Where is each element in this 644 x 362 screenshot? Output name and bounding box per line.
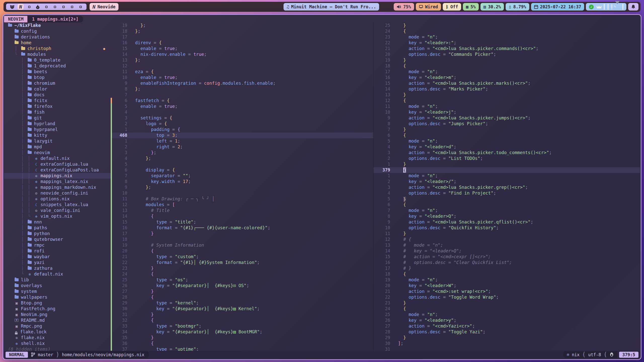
code-line[interactable]: 14 options.desc = "Marks Picker"; <box>374 86 640 92</box>
workspace-4-flame-icon[interactable] <box>35 4 40 9</box>
code-line[interactable]: 31 } <box>111 312 373 318</box>
disk-chip[interactable]: ▯8.79% <box>506 3 529 11</box>
tree-item[interactable]: ││⚙neovide_config.ini <box>4 190 111 196</box>
tree-item[interactable]: ││⚙vale_config.ini <box>4 208 111 213</box>
tree-item[interactable]: │yazi <box>4 260 111 265</box>
code-line[interactable]: 29 type = "kernel"; <box>111 300 373 306</box>
tree-item[interactable]: lib <box>4 277 111 283</box>
code-line[interactable]: 14 nix-direnv.enable = true; <box>111 52 373 57</box>
tree-item[interactable]: ~/NixFlake <box>4 23 111 28</box>
code-line[interactable]: 21 action = "<cmd>lua Snacks.picker.comm… <box>374 46 640 52</box>
tree-item[interactable]: │fish <box>4 109 111 115</box>
code-line[interactable]: 19 } <box>374 57 640 63</box>
code-line[interactable]: 13 }; <box>111 57 373 63</box>
code-line[interactable]: 6 display = { <box>111 167 373 173</box>
tree-item[interactable]: │chromium <box>4 80 111 86</box>
network-chip[interactable]: Wired <box>416 3 441 11</box>
code-line[interactable]: 35 } <box>111 335 373 341</box>
tree-item[interactable]: │git <box>4 115 111 121</box>
tree-item[interactable]: │color <box>4 86 111 92</box>
code-line[interactable]: 9 action = "<cmd>lua Snacks.picker.jumps… <box>374 115 640 121</box>
code-line[interactable]: 22 key = "<leader>:"; <box>374 40 640 46</box>
code-line[interactable]: 3 }; <box>111 150 373 156</box>
code-line[interactable]: 10 <box>111 190 373 196</box>
code-line[interactable]: 21 type = "custom"; <box>111 254 373 260</box>
code-line[interactable]: 3 settings = { <box>111 115 373 121</box>
tree-item[interactable]: derivations <box>4 34 111 40</box>
tabline-buffer-tab[interactable]: 1 mappings.nix[2+] <box>27 16 83 22</box>
code-line[interactable]: 9 action = "<cmd>lua Snacks.picker.qflis… <box>374 219 640 225</box>
code-line[interactable]: 5 mode = "n"; <box>374 138 640 144</box>
code-line[interactable]: 4 }; <box>111 156 373 161</box>
tray-key-icon[interactable] <box>611 4 612 9</box>
tree-item[interactable]: system <box>4 289 111 294</box>
workspace-6-square-icon[interactable] <box>52 4 57 9</box>
code-line[interactable]: 5 enable = true; <box>111 104 373 109</box>
code-line[interactable]: 10 options.desc = "Quickfix History"; <box>374 225 640 231</box>
code-line[interactable]: 3 action = "<cmd>lua Snacks.picker.todo_… <box>374 150 640 156</box>
tree-item[interactable]: │└✻vim_opts.nix <box>4 213 111 219</box>
tree-item[interactable]: │zathura <box>4 265 111 271</box>
code-line[interactable]: 18 <box>111 237 373 242</box>
tree-item[interactable]: │hyprpanel <box>4 127 111 132</box>
code-line[interactable]: 27 } <box>111 289 373 294</box>
code-line[interactable]: 8 }; <box>111 86 373 92</box>
code-line[interactable]: 16 format = "{#1}┌─── {#}{user-name-colo… <box>111 225 373 231</box>
code-line[interactable]: 14 { <box>111 213 373 219</box>
tray-window-icon[interactable] <box>604 4 605 9</box>
window-title-chip[interactable]: N Neovide <box>90 3 118 11</box>
code-line[interactable]: 20 options.desc = "Commands Picker"; <box>374 52 640 57</box>
code-line[interactable]: 17 <box>111 34 373 40</box>
workspace-5-square-icon[interactable] <box>44 4 49 9</box>
code-line[interactable]: 1 left = 1; <box>111 138 373 144</box>
tree-item[interactable]: ││✻default.nix <box>4 156 111 161</box>
tree-item[interactable]: ▣Btop.png <box>4 300 111 306</box>
code-line[interactable]: 468 top = 3; <box>111 132 373 138</box>
code-line[interactable]: 22 format = "{#1}│ {#}System Information… <box>111 260 373 265</box>
code-line[interactable]: 8 key.width = 17; <box>111 179 373 185</box>
tree-item[interactable]: │rofi <box>4 248 111 254</box>
code-line[interactable]: 18 }; <box>111 28 373 34</box>
code-line[interactable]: 4 key = "<leader>d"; <box>374 144 640 150</box>
editor-pane-left[interactable]: 19 };18 };1716 direnv = {15 enable = tru… <box>111 23 373 351</box>
code-line[interactable]: 1 padding = { <box>111 127 373 132</box>
tree-item[interactable]: ││☾extraConfigLuaPost.lua <box>4 167 111 173</box>
code-line[interactable]: 24 { <box>374 28 640 34</box>
tree-item[interactable]: ││✻mappings_latex.nix <box>4 179 111 185</box>
code-line[interactable]: 24 { <box>111 271 373 277</box>
tree-item[interactable]: home <box>4 40 111 46</box>
code-line[interactable]: 379 {{ <box>374 167 640 173</box>
code-line[interactable]: 22 options.desc = "Toggle Word Wrap"; <box>374 294 640 300</box>
code-line[interactable]: 1 } <box>374 161 640 167</box>
tree-item[interactable]: │rmpc <box>4 242 111 248</box>
code-line[interactable]: 17 } <box>111 231 373 237</box>
code-line[interactable]: 12 modules = [ <box>111 202 373 208</box>
code-line[interactable]: 29 } <box>374 335 640 341</box>
tree-item[interactable]: overlays <box>4 283 111 289</box>
code-line[interactable]: 7 mode = "n"; <box>374 208 640 213</box>
tree-item[interactable]: ││☾extraConfigLua.lua <box>4 161 111 167</box>
tree-item[interactable]: ✻flake.nix <box>4 335 111 341</box>
code-line[interactable]: 12 { <box>374 98 640 104</box>
tree-item[interactable]: │qutebrowser <box>4 237 111 242</box>
workspace-2-neovide-icon[interactable]: N <box>18 4 23 9</box>
tree-item[interactable]: │waybar <box>4 254 111 260</box>
code-line[interactable]: 7 } <box>374 127 640 132</box>
code-line[interactable]: 11 eza = { <box>111 69 373 75</box>
code-line[interactable]: 16 key = "<leader>m"; <box>374 75 640 80</box>
tree-item[interactable]: │beets <box>4 69 111 75</box>
code-line[interactable]: 15 type = "title"; <box>111 219 373 225</box>
code-line[interactable]: 1 mode = "n"; <box>374 173 640 179</box>
music-player-chip[interactable]: ♫ Minuit Machine – Don't Run Fro... <box>284 3 379 11</box>
code-line[interactable]: 36 { <box>111 341 373 346</box>
tree-item[interactable]: │christoph● <box>4 46 111 52</box>
code-line[interactable]: 3 action = "<cmd>lua Snacks.picker.grep(… <box>374 185 640 190</box>
code-line[interactable]: 16 # options.desc = "Clear Quickfix List… <box>374 260 640 265</box>
workspace-7-square-icon[interactable] <box>61 4 66 9</box>
code-line[interactable]: 19 }; <box>111 23 373 28</box>
tree-item[interactable]: │paths <box>4 225 111 231</box>
git-branch-label[interactable]: master <box>38 352 53 357</box>
tray-mustache-icon[interactable]: ww <box>596 4 601 10</box>
tree-item[interactable]: │firefox <box>4 104 111 109</box>
code-line[interactable]: 34 key = "{#separator}│ {#keys}▤ BootMGR… <box>111 329 373 335</box>
